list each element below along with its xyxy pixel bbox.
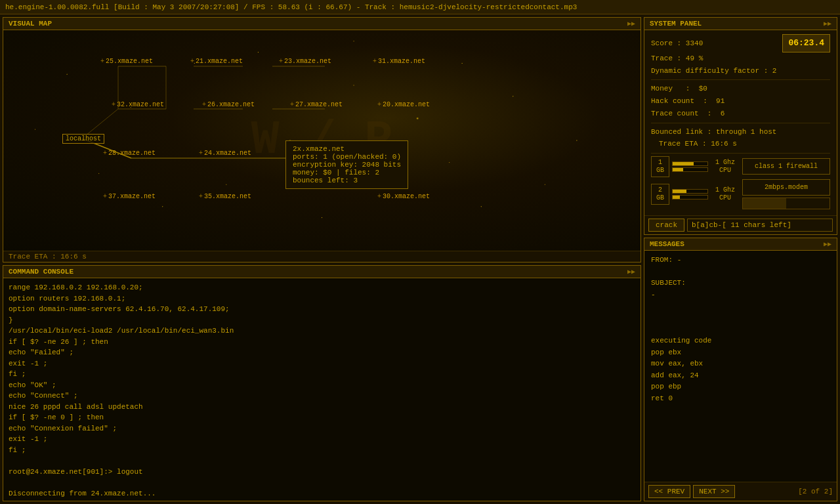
console-line-6: if [ $? -ne 26 ] ; then [9, 337, 635, 348]
hw-bar-fill-2a [673, 190, 686, 193]
console-line-10: echo "OK" ; [9, 380, 635, 391]
console-line-16: fi ; [9, 445, 635, 456]
system-panel-content: Score : 3340 06:23.4 Trace : 49 % Dynami… [644, 30, 837, 215]
console-line-5: /usr/local/bin/eci-load2 /usr/local/bin/… [9, 326, 635, 337]
prev-button[interactable]: << PREV [648, 485, 690, 498]
console-content[interactable]: range 192.168.0.2 192.168.0.20; option r… [3, 278, 640, 501]
console-line-2: option routers 192.168.0.1; [9, 293, 635, 304]
messages-icon: ▶▶ [824, 240, 831, 248]
timer-display: 06:23.4 [782, 34, 830, 52]
messages-footer: << PREV NEXT >> [2 of 2] [644, 482, 837, 501]
console-line-13: if [ $? -ne 0 ] ; then [9, 412, 635, 423]
visual-map-title: VISUAL MAP [9, 20, 52, 28]
subject-row: SUBJECT: [651, 278, 830, 289]
map-node-32[interactable]: 32.xmaze.net [112, 101, 164, 108]
crack-input[interactable] [687, 219, 833, 232]
hw-bars-1 [672, 161, 708, 172]
system-panel-icon: ▶▶ [824, 20, 831, 28]
map-cursor: ▶ [292, 140, 297, 152]
map-node-24[interactable]: 24.xmaze.net [199, 150, 251, 157]
system-panel-title: SYSTEM PANEL [650, 20, 702, 28]
hw-row-1: 1GB 1 GhzCPU class 1 firewall [651, 156, 830, 177]
map-node-20[interactable]: 20.xmaze.net [377, 101, 430, 108]
sys-divider-2 [651, 123, 830, 123]
messages-content[interactable]: FROM: - SUBJECT: - executing code pop eb… [644, 251, 837, 482]
hw-bar-2b [672, 195, 708, 200]
hw-bar-fill-2b [673, 196, 680, 199]
score-label: Score : 3340 [651, 37, 703, 50]
system-panel: SYSTEM PANEL ▶▶ Score : 3340 06:23.4 Tra… [644, 17, 837, 235]
hw-mem-1: 1GB [651, 156, 669, 177]
from-value: - [677, 256, 682, 264]
messages-header: MESSAGES ▶▶ [644, 238, 837, 251]
console-line-4: } [9, 315, 635, 326]
crack-button[interactable]: crack [648, 219, 684, 232]
map-node-30[interactable]: 30.xmaze.net [377, 193, 430, 200]
hw-cpu-label-2: 1 GhzCPU [711, 186, 740, 202]
console-line-21: brianspencer@localhost:> | [9, 499, 635, 501]
title-bar: he.engine-1.00.0082.full [Build : May 3 … [0, 0, 840, 14]
console-line-12: nice 26 pppd call adsl updetach [9, 402, 635, 413]
system-panel-header: SYSTEM PANEL ▶▶ [644, 18, 837, 30]
hw-bars-2 [672, 189, 708, 200]
map-node-35[interactable]: 35.xmaze.net [199, 193, 251, 200]
hw-firewall-label: class 1 firewall [742, 158, 830, 175]
console-line-8: exit -1 ; [9, 358, 635, 369]
map-content[interactable]: W / P 25.xmaze.net 21.xmaze.net 23.xmaze… [3, 30, 640, 251]
map-node-26[interactable]: 26.xmaze.net [202, 101, 255, 108]
map-footer: Trace ETA : 16:6 s [3, 251, 640, 262]
subject-value: - [651, 289, 830, 301]
message-body: executing code pop ebx mov eax, ebx add … [651, 324, 830, 404]
from-row: FROM: - [651, 255, 830, 266]
next-button[interactable]: NEXT >> [693, 485, 735, 498]
sys-divider-1 [651, 79, 830, 80]
console-line-15: exit -1 ; [9, 434, 635, 445]
localhost-node[interactable]: localhost [62, 134, 104, 144]
map-node-28[interactable]: 28.xmaze.net [103, 150, 156, 157]
hw-modem-section: 2mbps.modem [742, 179, 830, 209]
visual-map-header: VISUAL MAP ▶▶ [3, 18, 640, 30]
score-row: Score : 3340 06:23.4 [651, 34, 830, 52]
hw-bar-fill-1b [673, 168, 683, 171]
bounced-link-row: Bounced link : through 1 host [651, 126, 830, 138]
hardware-section: 1GB 1 GhzCPU class 1 firewall [651, 156, 830, 209]
hw-bar-1a [672, 161, 708, 166]
map-trace-eta: Trace ETA : 16:6 s [9, 253, 87, 261]
map-node-31[interactable]: 31.xmaze.net [373, 58, 425, 65]
messages-title: MESSAGES [650, 240, 684, 248]
money-row: Money : $0 [651, 83, 830, 95]
console-line-7: echo "Failed" ; [9, 347, 635, 358]
hw-row-2: 2GB 1 GhzCPU 2mbps.modem [651, 179, 830, 209]
map-node-21[interactable]: 21.xmaze.net [190, 58, 243, 65]
from-label: FROM: [651, 256, 673, 264]
crack-row: crack [644, 215, 837, 234]
hw-bar-2a [672, 189, 708, 194]
hw-bar-1b [672, 167, 708, 172]
subject-label: SUBJECT: [651, 279, 686, 287]
map-node-27[interactable]: 27.xmaze.net [290, 101, 343, 108]
console-line-3: option domain-name-servers 62.4.16.70, 6… [9, 304, 635, 315]
hw-modem-label: 2mbps.modem [742, 179, 830, 196]
command-console-panel: COMMAND CONSOLE ▶▶ range 192.168.0.2 192… [3, 265, 641, 501]
console-line-14: echo "Connexion failed" ; [9, 423, 635, 434]
console-header: COMMAND CONSOLE ▶▶ [3, 266, 640, 278]
page-indicator: [2 of 2] [798, 488, 833, 495]
map-node-25[interactable]: 25.xmaze.net [100, 58, 153, 65]
console-line-17 [9, 455, 635, 467]
hw-cpu-label-1: 1 GhzCPU [711, 159, 740, 175]
console-title: COMMAND CONSOLE [9, 268, 74, 276]
map-node-37[interactable]: 37.xmaze.net [103, 193, 156, 200]
map-node-23[interactable]: 23.xmaze.net [279, 58, 331, 65]
messages-panel: MESSAGES ▶▶ FROM: - SUBJECT: - executing… [644, 238, 837, 501]
ddf-row: Dynamic difficulty factor : 2 [651, 65, 830, 77]
trace-count-row: Trace count : 6 [651, 108, 830, 120]
title-text: he.engine-1.00.0082.full [Build : May 3 … [5, 3, 577, 11]
hack-count-row: Hack count : 91 [651, 95, 830, 108]
console-line-19 [9, 477, 635, 488]
console-icon: ▶▶ [627, 268, 635, 276]
hw-modem-bar [742, 198, 830, 209]
trace-row: Trace : 49 % [651, 52, 830, 65]
hw-bar-fill-1a [673, 162, 694, 165]
visual-map-panel: VISUAL MAP ▶▶ [3, 17, 641, 262]
trace-eta-row: Trace ETA : 16:6 s [651, 138, 830, 150]
